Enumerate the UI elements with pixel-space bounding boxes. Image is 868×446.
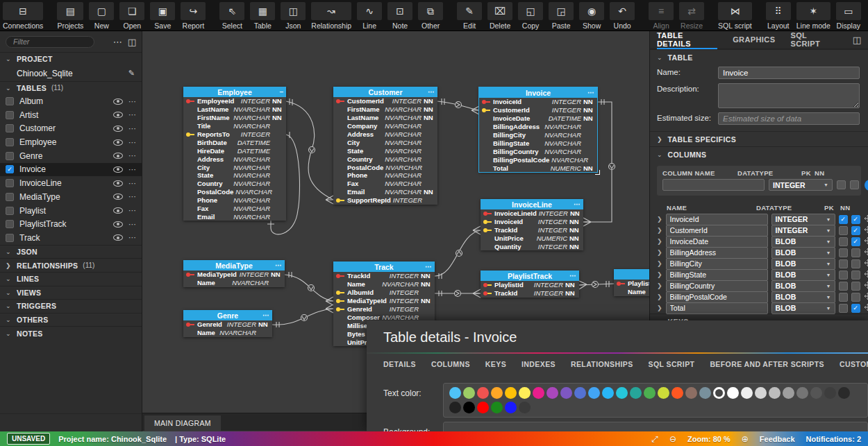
color-swatch-ffa726[interactable] bbox=[491, 387, 503, 399]
tab-table-details[interactable]: TABLE DETAILS bbox=[657, 31, 717, 49]
toolbar-connections-button[interactable]: ⊟Connections bbox=[3, 2, 43, 30]
column-row[interactable]: CompanyNVARCHAR bbox=[333, 122, 437, 130]
color-swatch-ffc107[interactable] bbox=[505, 387, 517, 399]
column-row[interactable]: PhoneNVARCHAR bbox=[333, 171, 437, 180]
table-header[interactable]: Invoice⋯ bbox=[479, 87, 597, 98]
tab-sql-script[interactable]: SQL SCRIPT bbox=[790, 31, 837, 49]
more-icon[interactable]: ⋯ bbox=[128, 192, 136, 201]
pk-checkbox[interactable] bbox=[839, 259, 848, 268]
column-row[interactable]: InvoiceIdINTEGERNN bbox=[479, 98, 597, 106]
column-row[interactable]: CountryNVARCHAR bbox=[183, 180, 286, 188]
move-icon[interactable] bbox=[864, 225, 868, 235]
column-name-input[interactable] bbox=[666, 225, 768, 237]
color-swatch-eeeeee[interactable] bbox=[741, 387, 753, 399]
color-swatch-ffffff[interactable] bbox=[713, 387, 725, 399]
modal-tab-details[interactable]: DETAILS bbox=[383, 354, 416, 376]
column-row[interactable]: BirthDateDATETIME bbox=[183, 138, 286, 146]
column-row[interactable]: StateNVARCHAR bbox=[183, 171, 286, 180]
modal-tab-relationships[interactable]: RELATIONSHIPS bbox=[571, 354, 633, 376]
table-menu-icon[interactable]: ⋯ bbox=[428, 87, 435, 97]
nn-checkbox[interactable] bbox=[851, 248, 860, 257]
color-swatch-4fc3f7[interactable] bbox=[449, 387, 461, 399]
column-name-input[interactable] bbox=[666, 302, 768, 314]
column-datatype-select[interactable]: BLOB▼ bbox=[771, 291, 835, 303]
expand-row-icon[interactable]: ❯ bbox=[657, 249, 662, 256]
nn-checkbox[interactable]: ✓ bbox=[851, 215, 860, 224]
sidebar-item-mediatype[interactable]: MediaType⋯ bbox=[0, 190, 142, 204]
new-column-nn-checkbox[interactable] bbox=[850, 180, 859, 189]
column-name-input[interactable] bbox=[666, 247, 768, 259]
color-swatch-5472d3[interactable] bbox=[574, 387, 586, 399]
column-row[interactable]: CustomerIdINTEGERNN bbox=[333, 97, 437, 105]
feedback-link[interactable]: Feedback bbox=[760, 435, 795, 443]
toolbar-delete-button[interactable]: ⌧Delete bbox=[487, 2, 512, 30]
column-datatype-select[interactable]: INTEGER▼ bbox=[771, 225, 835, 237]
new-column-datatype-select[interactable]: INTEGER ▼ bbox=[769, 179, 833, 191]
move-icon[interactable] bbox=[864, 270, 868, 280]
column-row[interactable]: FirstNameNVARCHARNN bbox=[183, 114, 286, 122]
color-swatch-3a3a3a[interactable] bbox=[519, 402, 531, 413]
diagram-table-invoiceline[interactable]: InvoiceLine⋯InvoiceLineIdINTEGERNNInvoic… bbox=[481, 199, 583, 250]
section-triggers[interactable]: ⌄TRIGGERS bbox=[0, 299, 142, 313]
column-row[interactable]: PlaylistIdINTEGERNN bbox=[481, 281, 579, 289]
eye-icon[interactable] bbox=[113, 166, 123, 173]
column-row[interactable]: TitleNVARCHAR bbox=[183, 122, 286, 130]
pk-checkbox[interactable] bbox=[839, 282, 848, 291]
modal-tab-keys[interactable]: KEYS bbox=[485, 354, 506, 376]
table-header[interactable]: Playlist⋯ bbox=[614, 269, 649, 280]
move-icon[interactable] bbox=[864, 281, 868, 291]
more-icon[interactable]: ⋯ bbox=[128, 124, 136, 133]
column-row[interactable]: BillingCityNVARCHAR bbox=[479, 131, 597, 139]
diagram-table-playlist[interactable]: Playlist⋯PlaylistIdINTEGERNNNameNVARCHAR bbox=[614, 269, 649, 296]
table-checkbox[interactable] bbox=[6, 207, 14, 215]
column-row[interactable]: LastNameNVARCHARNN bbox=[183, 105, 286, 114]
diagram-table-playlisttrack[interactable]: PlaylistTrack⋯PlaylistIdINTEGERNNTrackId… bbox=[481, 271, 579, 298]
column-row[interactable]: FaxNVARCHAR bbox=[183, 205, 286, 213]
color-swatch-bdbdbd[interactable] bbox=[769, 387, 781, 399]
toolbar-align-button[interactable]: ≡Align bbox=[649, 2, 674, 30]
column-row[interactable]: CityNVARCHAR bbox=[333, 138, 437, 146]
color-swatch-4caf50[interactable] bbox=[644, 387, 656, 399]
expand-row-icon[interactable]: ❯ bbox=[657, 305, 662, 311]
column-row[interactable]: TrackIdINTEGERNN bbox=[481, 289, 579, 298]
sidebar-item-playlisttrack[interactable]: PlaylistTrack⋯ bbox=[0, 217, 142, 231]
table-checkbox[interactable]: ✓ bbox=[6, 165, 14, 173]
eye-icon[interactable] bbox=[113, 126, 123, 132]
sidebar-item-playlist[interactable]: Playlist⋯ bbox=[0, 204, 142, 218]
column-row[interactable]: AddressNVARCHAR bbox=[183, 155, 286, 163]
section-others[interactable]: ⌄OTHERS bbox=[0, 313, 142, 327]
section-views[interactable]: ⌄VIEWS bbox=[0, 286, 142, 300]
diagram-table-employee[interactable]: Employee–EmployeeIdINTEGERNNLastNameNVAR… bbox=[183, 87, 286, 221]
table-checkbox[interactable] bbox=[6, 124, 14, 132]
add-column-button[interactable]: Add bbox=[865, 180, 868, 191]
toolbar-projects-button[interactable]: ▤Projects bbox=[57, 2, 83, 30]
section-table[interactable]: ⌄ TABLE bbox=[650, 49, 868, 65]
color-swatch-212121[interactable] bbox=[449, 402, 461, 413]
toolbar-new-button[interactable]: ▢New bbox=[89, 2, 114, 30]
column-datatype-select[interactable]: BLOB▼ bbox=[771, 247, 835, 259]
pk-checkbox[interactable] bbox=[839, 248, 848, 257]
sidebar-item-track[interactable]: Track⋯ bbox=[0, 231, 142, 245]
table-header[interactable]: Track⋯ bbox=[333, 261, 435, 272]
column-row[interactable]: BillingAddressNVARCHAR bbox=[479, 123, 597, 131]
sidebar-item-genre[interactable]: Genre⋯ bbox=[0, 149, 142, 163]
description-textarea[interactable] bbox=[718, 83, 860, 108]
panel-layout-icon[interactable]: ◫ bbox=[853, 35, 861, 45]
color-swatch-42a5f5[interactable] bbox=[588, 387, 600, 399]
column-row[interactable]: CityNVARCHAR bbox=[183, 163, 286, 171]
table-header[interactable]: Customer⋯ bbox=[333, 87, 437, 97]
table-checkbox[interactable] bbox=[6, 234, 14, 242]
color-swatch-78909c[interactable] bbox=[699, 387, 711, 399]
column-row[interactable]: EmailNVARCHARNN bbox=[333, 188, 437, 196]
move-icon[interactable] bbox=[864, 303, 868, 313]
column-row[interactable]: TrackIdINTEGERNN bbox=[333, 272, 435, 280]
toolbar-select-button[interactable]: ⇖Select bbox=[219, 2, 244, 30]
table-header[interactable]: InvoiceLine⋯ bbox=[481, 199, 583, 209]
move-icon[interactable] bbox=[864, 248, 868, 257]
expand-row-icon[interactable]: ❯ bbox=[657, 260, 662, 267]
expand-row-icon[interactable]: ❯ bbox=[657, 282, 662, 289]
column-row[interactable]: UnitPriceNUMERICNN bbox=[481, 234, 583, 243]
color-swatch-9ccc65[interactable] bbox=[463, 387, 475, 399]
table-menu-icon[interactable]: ⋯ bbox=[587, 87, 594, 98]
column-datatype-select[interactable]: BLOB▼ bbox=[771, 236, 835, 248]
